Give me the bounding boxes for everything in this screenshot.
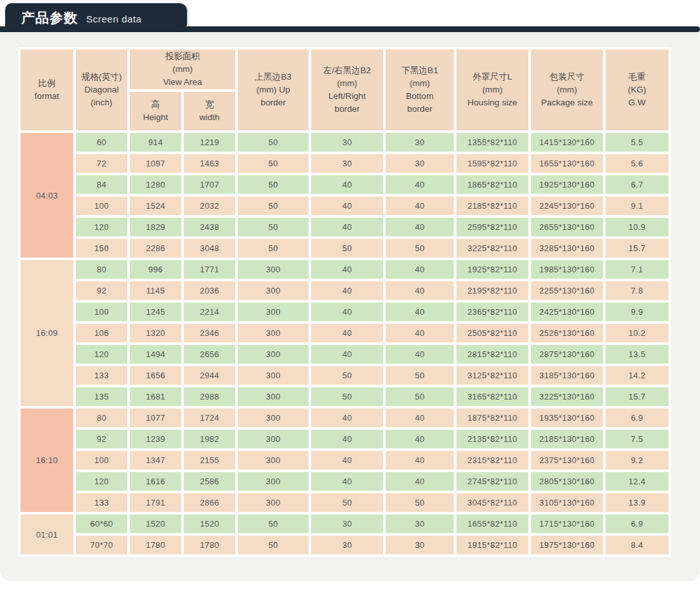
cell-width: 2586 <box>184 472 235 491</box>
cell-gw: 6.9 <box>606 514 669 533</box>
cell-diagonal: 70*70 <box>76 536 127 554</box>
cell-housing: 2135*82*110 <box>456 430 528 448</box>
cell-package: 3285*130*160 <box>531 239 603 258</box>
cell-width: 2346 <box>184 324 235 342</box>
cell-b2: 50 <box>311 366 383 385</box>
cell-width: 1463 <box>184 154 235 173</box>
col-header-height: 高 Height <box>130 92 181 130</box>
table-row: 100152420325040402185*82*1102245*130*160… <box>21 197 669 215</box>
cell-b2: 30 <box>311 133 383 152</box>
cell-b3: 50 <box>238 175 309 194</box>
cell-package: 2805*130*160 <box>531 472 603 491</box>
cell-height: 914 <box>130 133 181 152</box>
cell-package: 2185*130*160 <box>531 430 603 448</box>
cell-gw: 5.6 <box>606 154 669 173</box>
cell-package: 2245*130*160 <box>531 197 603 215</box>
col-header-diagonal: 规格(英寸) Diagonal (inch) <box>76 49 127 130</box>
table-row: 04:036091412195030301355*82*1101415*130*… <box>21 133 669 152</box>
col-header-leftright-border: 左/右黑边B2 (mm) Left/Right border <box>311 49 383 130</box>
cell-height: 1780 <box>130 536 181 554</box>
cell-b1: 40 <box>386 451 454 470</box>
cell-package: 3185*130*160 <box>531 366 603 385</box>
cell-diagonal: 92 <box>76 281 127 300</box>
cell-width: 1780 <box>184 536 235 554</box>
cell-package: 3105*130*160 <box>531 493 603 512</box>
cell-height: 1494 <box>130 345 181 364</box>
cell-b1: 30 <box>386 514 454 533</box>
cell-package: 2655*130*160 <box>531 218 603 236</box>
cell-package: 3225*130*160 <box>531 387 603 406</box>
cell-b3: 300 <box>238 451 309 470</box>
cell-housing: 3045*82*110 <box>456 493 528 512</box>
cell-b2: 40 <box>311 409 383 427</box>
cell-b1: 40 <box>386 197 454 215</box>
content-panel: 比例 format 规格(英寸) Diagonal (inch) 投影面积 (m… <box>0 32 700 581</box>
cell-housing: 3225*82*110 <box>456 239 528 258</box>
cell-gw: 8.4 <box>606 536 669 554</box>
cell-housing: 1655*82*110 <box>456 514 528 533</box>
cell-housing: 1915*82*110 <box>456 536 528 554</box>
cell-b1: 40 <box>386 324 454 342</box>
cell-b2: 40 <box>311 260 383 279</box>
cell-b3: 50 <box>238 154 309 173</box>
cell-gw: 6.9 <box>606 409 669 427</box>
cell-width: 2036 <box>184 281 235 300</box>
table-row: 16:10801077172430040401875*82*1101935*13… <box>21 409 669 427</box>
cell-b2: 40 <box>311 197 383 215</box>
cell-diagonal: 84 <box>76 175 127 194</box>
cell-b2: 50 <box>311 493 383 512</box>
table-row: 1201494265630040402815*82*1102875*130*16… <box>21 345 669 364</box>
cell-b3: 300 <box>238 303 309 321</box>
cell-gw: 15.7 <box>606 239 669 258</box>
cell-width: 2944 <box>184 366 235 385</box>
format-group-cell: 16:09 <box>21 260 73 406</box>
format-group-cell: 01:01 <box>21 514 73 554</box>
table-row: 72109714635030301595*82*1101655*130*1605… <box>21 154 669 173</box>
table-row: 120182924385040402595*82*1102655*130*160… <box>21 218 669 236</box>
cell-b1: 30 <box>386 154 454 173</box>
cell-b1: 40 <box>386 303 454 321</box>
table-row: 1201616258630040402745*82*1102805*130*16… <box>21 472 669 491</box>
cell-b1: 40 <box>386 218 454 236</box>
cell-diagonal: 100 <box>76 451 127 470</box>
cell-diagonal: 135 <box>76 387 127 406</box>
cell-package: 1715*130*160 <box>531 514 603 533</box>
cell-height: 1520 <box>130 514 181 533</box>
cell-gw: 7.8 <box>606 281 669 300</box>
cell-housing: 2815*82*110 <box>456 345 528 364</box>
cell-b2: 30 <box>311 514 383 533</box>
cell-b1: 40 <box>386 260 454 279</box>
cell-b2: 50 <box>311 387 383 406</box>
cell-b3: 300 <box>238 493 309 512</box>
cell-gw: 10.2 <box>606 324 669 342</box>
cell-height: 1524 <box>130 197 181 215</box>
cell-housing: 2195*82*110 <box>456 281 528 300</box>
cell-gw: 10.9 <box>606 218 669 236</box>
cell-diagonal: 120 <box>76 472 127 491</box>
cell-gw: 7.1 <box>606 260 669 279</box>
col-header-gross-weight: 毛重 (KG) G.W <box>606 49 669 130</box>
cell-housing: 2745*82*110 <box>456 472 528 491</box>
col-header-up-border: 上黑边B3 (mm) Up border <box>238 49 309 130</box>
table-body: 04:036091412195030301355*82*1101415*130*… <box>21 133 669 554</box>
table-row: 01:0160*60152015205030301655*82*1101715*… <box>21 514 669 533</box>
cell-b2: 40 <box>311 175 383 194</box>
cell-package: 1655*130*160 <box>531 154 603 173</box>
cell-diagonal: 100 <box>76 197 127 215</box>
cell-b2: 40 <box>311 345 383 364</box>
cell-housing: 2595*82*110 <box>456 218 528 236</box>
cell-diagonal: 60 <box>76 133 127 152</box>
cell-housing: 1865*82*110 <box>456 175 528 194</box>
cell-gw: 12.4 <box>606 472 669 491</box>
cell-gw: 14.2 <box>606 366 669 385</box>
cell-b3: 50 <box>238 536 309 554</box>
cell-b1: 40 <box>386 345 454 364</box>
cell-housing: 1355*82*110 <box>456 133 528 152</box>
cell-housing: 3125*82*110 <box>456 366 528 385</box>
cell-diagonal: 80 <box>76 409 127 427</box>
cell-housing: 1875*82*110 <box>456 409 528 427</box>
cell-width: 2214 <box>184 303 235 321</box>
cell-package: 2375*130*160 <box>531 451 603 470</box>
cell-diagonal: 72 <box>76 154 127 173</box>
table-row: 84128017075040401865*82*1101925*130*1606… <box>21 175 669 194</box>
